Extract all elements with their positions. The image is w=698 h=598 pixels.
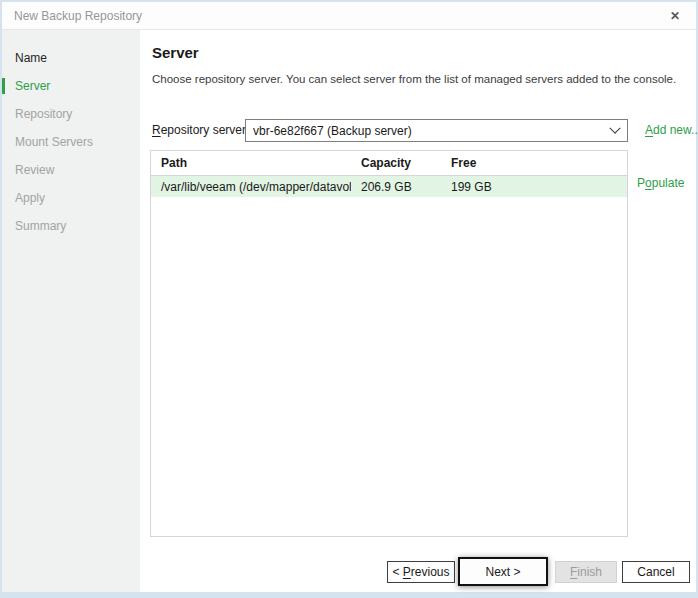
previous-button[interactable]: < Previous xyxy=(387,561,455,583)
wizard-body: Name Server Repository Mount Servers Rev… xyxy=(2,30,696,592)
title-bar: New Backup Repository ✕ xyxy=(2,2,696,30)
sidebar-item-repository[interactable]: Repository xyxy=(2,100,140,128)
page-description: Choose repository server. You can select… xyxy=(152,73,676,85)
sidebar-item-mount-servers[interactable]: Mount Servers xyxy=(2,128,140,156)
sidebar-item-apply[interactable]: Apply xyxy=(2,184,140,212)
sidebar-item-review[interactable]: Review xyxy=(2,156,140,184)
cell-path: /var/lib/veeam (/dev/mapper/datavol-... xyxy=(151,180,351,194)
page-title: Server xyxy=(152,44,199,61)
table-row[interactable]: /var/lib/veeam (/dev/mapper/datavol-... … xyxy=(151,176,627,197)
add-new-link[interactable]: Add new... xyxy=(645,123,698,137)
paths-table: Path Capacity Free /var/lib/veeam (/dev/… xyxy=(150,150,628,537)
cell-free: 199 GB xyxy=(441,180,627,194)
column-header-free[interactable]: Free xyxy=(441,156,627,170)
finish-button: Finish xyxy=(555,561,617,583)
populate-link[interactable]: Populate xyxy=(637,176,684,190)
close-icon[interactable]: ✕ xyxy=(664,6,686,26)
sidebar-item-summary[interactable]: Summary xyxy=(2,212,140,240)
cancel-button[interactable]: Cancel xyxy=(622,561,690,583)
next-button[interactable]: Next > xyxy=(458,557,548,586)
sidebar-item-server[interactable]: Server xyxy=(2,72,140,100)
column-header-capacity[interactable]: Capacity xyxy=(351,156,441,170)
repository-server-value: vbr-6e82f667 (Backup server) xyxy=(253,124,611,138)
column-header-path[interactable]: Path xyxy=(151,156,351,170)
wizard-steps-sidebar: Name Server Repository Mount Servers Rev… xyxy=(2,30,140,592)
wizard-page-server: Server Choose repository server. You can… xyxy=(140,30,696,592)
cell-capacity: 206.9 GB xyxy=(351,180,441,194)
window-title: New Backup Repository xyxy=(14,9,664,23)
table-header: Path Capacity Free xyxy=(151,151,627,176)
sidebar-item-name[interactable]: Name xyxy=(2,44,140,72)
wizard-window: New Backup Repository ✕ Name Server Repo… xyxy=(2,2,696,592)
repository-server-select[interactable]: vbr-6e82f667 (Backup server) xyxy=(245,119,628,142)
repository-server-label: Repository server: xyxy=(152,123,249,137)
chevron-down-icon xyxy=(609,122,620,133)
